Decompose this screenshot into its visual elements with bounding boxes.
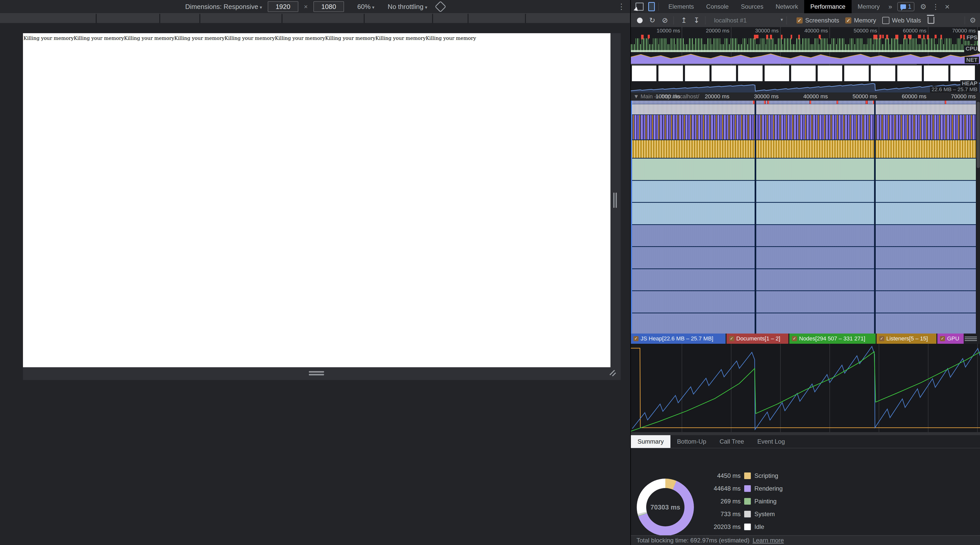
screenshot-frame[interactable] — [765, 65, 789, 81]
screenshot-frame[interactable] — [738, 65, 762, 81]
screenshot-frame[interactable] — [711, 65, 736, 81]
long-task-mark — [865, 100, 868, 104]
memory-text: Killing your memory — [24, 35, 74, 41]
divider — [673, 16, 674, 24]
corner-resize-icon[interactable] — [607, 367, 619, 379]
ruler-label: 10000 ms — [642, 27, 680, 34]
viewport-resize-strip-right[interactable] — [611, 33, 620, 367]
devtools-menu-icon[interactable]: ⋮ — [932, 3, 939, 11]
more-tabs-icon[interactable]: » — [886, 3, 894, 11]
drag-handle-icon — [309, 374, 324, 375]
screenshot-frame[interactable] — [818, 65, 842, 81]
tab-call-tree[interactable]: Call Tree — [713, 435, 751, 448]
memory-checkbox[interactable]: ✓ — [845, 18, 851, 24]
counter-checkbox[interactable]: ✓ — [792, 336, 797, 341]
viewport-resize-strip-bottom[interactable] — [23, 367, 620, 380]
capture-settings-gear-icon[interactable]: ⚙ — [969, 16, 976, 24]
learn-more-link[interactable]: Learn more — [752, 537, 784, 544]
media-query-segment[interactable] — [97, 14, 159, 23]
screenshot-frame[interactable] — [791, 65, 816, 81]
overview-scrollbar-thumb[interactable] — [978, 31, 980, 51]
load-profile-icon[interactable]: ↥ — [681, 16, 687, 24]
memory-counters-graph[interactable] — [631, 344, 980, 432]
timeline-overview[interactable]: 10000 ms20000 ms30000 ms40000 ms50000 ms… — [631, 27, 980, 65]
inspect-element-icon[interactable] — [635, 3, 644, 11]
legend-value: 4450 ms — [690, 472, 741, 480]
ruler-label: 10000 ms — [642, 93, 680, 100]
flame-scrollbar[interactable] — [976, 100, 980, 333]
record-button[interactable] — [637, 18, 643, 23]
counter-checkbox[interactable]: ✓ — [729, 336, 734, 341]
scrollbar-thumb[interactable] — [977, 102, 980, 168]
viewport-height-input[interactable] — [313, 1, 344, 12]
counter-chip-nodes[interactable]: ✓Nodes[294 507 – 331 271] — [789, 333, 876, 344]
media-query-segment[interactable] — [365, 14, 432, 23]
device-toolbar-toggle-icon[interactable] — [648, 2, 655, 11]
media-query-bar[interactable] — [0, 14, 630, 23]
counter-chip-js-heap[interactable]: ✓JS Heap[22.6 MB – 25.7 MB] — [631, 333, 725, 344]
long-task-mark — [767, 100, 769, 104]
media-query-segment[interactable] — [469, 14, 525, 23]
session-history-select[interactable]: localhost #1▾ — [714, 17, 783, 24]
pane-splitter[interactable] — [631, 432, 980, 435]
settings-gear-icon[interactable]: ⚙ — [920, 3, 926, 11]
tab-sources[interactable]: Sources — [735, 0, 770, 13]
screenshot-frame[interactable] — [632, 65, 656, 81]
memory-text: Killing your memory — [375, 35, 426, 41]
legend-label: Painting — [754, 498, 776, 505]
counter-chip-listeners[interactable]: ✓Listeners[5 – 15] — [877, 333, 936, 344]
screenshot-frame[interactable] — [659, 65, 683, 81]
tab-elements[interactable]: Elements — [662, 0, 700, 13]
screenshot-frame[interactable] — [950, 65, 975, 81]
tab-event-log[interactable]: Event Log — [751, 435, 791, 448]
reload-and-record-icon[interactable]: ↻ — [649, 16, 655, 24]
legend-value: 269 ms — [690, 498, 741, 505]
tab-console[interactable]: Console — [700, 0, 735, 13]
main-thread-track-header[interactable]: ▼ Main — http://localhost/ 10000 ms20000… — [631, 92, 980, 100]
close-icon[interactable]: × — [945, 2, 950, 11]
device-toolbar-menu-icon[interactable]: ⋮ — [617, 2, 625, 11]
issues-counter[interactable]: 1 — [897, 2, 915, 11]
clear-icon[interactable]: ⊘ — [662, 16, 668, 24]
counter-checkbox[interactable]: ✓ — [940, 336, 945, 341]
screenshot-root: Dimensions: Responsive▾ × 60%▾ No thrott… — [0, 0, 980, 545]
throttling-select[interactable]: No throttling▾ — [388, 3, 427, 11]
media-query-segment[interactable] — [283, 14, 364, 23]
tab-memory[interactable]: Memory — [852, 0, 886, 13]
save-profile-icon[interactable]: ↧ — [694, 16, 699, 24]
devtools-tab-bar: ElementsConsoleSourcesNetworkPerformance… — [631, 0, 980, 14]
tab-performance[interactable]: Performance — [804, 0, 851, 13]
counter-checkbox[interactable]: ✓ — [879, 336, 884, 341]
rotate-viewport-icon[interactable] — [435, 1, 446, 12]
media-query-segment[interactable] — [433, 14, 468, 23]
tab-summary[interactable]: Summary — [631, 435, 670, 448]
zoom-select[interactable]: 60%▾ — [357, 3, 374, 11]
trash-icon[interactable] — [928, 17, 934, 24]
screenshots-checkbox[interactable]: ✓ — [797, 18, 803, 24]
tab-network[interactable]: Network — [770, 0, 804, 13]
tab-bottom-up[interactable]: Bottom-Up — [670, 435, 713, 448]
media-query-segment[interactable] — [200, 14, 282, 23]
page-viewport[interactable]: Killing your memoryKilling your memoryKi… — [23, 33, 611, 367]
counter-chip-gpu[interactable]: ✓GPU — [937, 333, 964, 344]
web-vitals-checkbox[interactable] — [882, 17, 889, 24]
dimensions-label[interactable]: Dimensions: Responsive▾ — [185, 3, 262, 11]
media-query-segment[interactable] — [160, 14, 199, 23]
screenshots-filmstrip[interactable] — [631, 65, 980, 81]
screenshot-frame[interactable] — [844, 65, 869, 81]
media-query-segment[interactable] — [0, 14, 96, 23]
screenshot-frame[interactable] — [685, 65, 710, 81]
flame-chart[interactable] — [631, 100, 980, 333]
viewport-width-input[interactable] — [268, 1, 298, 12]
media-query-segment[interactable] — [526, 14, 630, 23]
flame-row-blue-deep — [631, 225, 980, 246]
counter-checkbox[interactable]: ✓ — [633, 336, 638, 341]
screenshot-frame[interactable] — [924, 65, 948, 81]
hamburger-menu-icon[interactable] — [965, 333, 980, 344]
ruler-label: 20000 ms — [691, 27, 729, 34]
screenshot-frame[interactable] — [871, 65, 895, 81]
screenshot-frame[interactable] — [897, 65, 922, 81]
legend-label: Scripting — [754, 472, 778, 480]
ruler-label: 20000 ms — [691, 93, 729, 100]
counter-chip-documents[interactable]: ✓Documents[1 – 2] — [727, 333, 788, 344]
